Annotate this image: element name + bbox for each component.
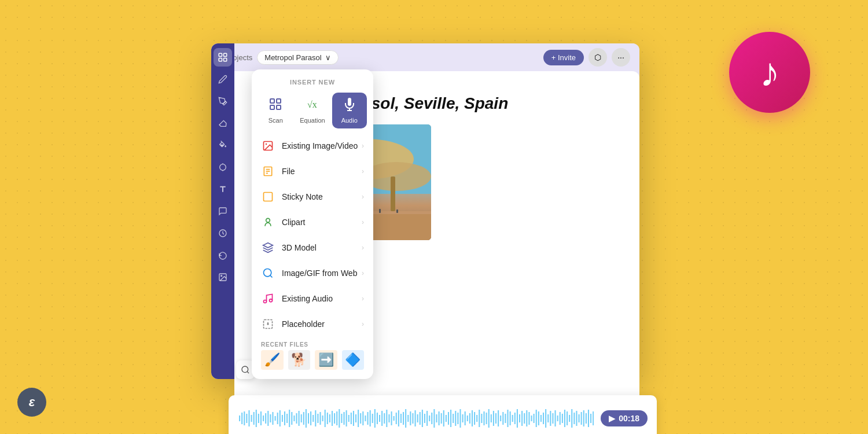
recent-thumb-1[interactable]: 🖌️ bbox=[261, 350, 284, 370]
menu-item-file[interactable]: File › bbox=[252, 159, 373, 184]
svg-rect-108 bbox=[443, 410, 444, 426]
3d-model-label: 3D Model bbox=[282, 243, 317, 252]
sidebar-icon-comment[interactable] bbox=[214, 202, 232, 220]
audio-time-badge[interactable]: ▶ 00:18 bbox=[601, 410, 648, 426]
svg-rect-162 bbox=[571, 409, 572, 428]
svg-rect-79 bbox=[374, 409, 376, 428]
svg-rect-119 bbox=[469, 413, 470, 424]
recent-thumb-2[interactable]: 🐕 bbox=[288, 350, 311, 370]
audio-player: ▶ 00:18 bbox=[229, 395, 657, 434]
svg-rect-28 bbox=[253, 412, 255, 425]
svg-rect-164 bbox=[576, 411, 577, 426]
sidebar-icon-timer[interactable] bbox=[214, 224, 232, 242]
svg-rect-58 bbox=[325, 410, 326, 427]
sticky-note-icon bbox=[261, 190, 275, 204]
svg-rect-169 bbox=[588, 410, 589, 427]
insert-icon-scan[interactable]: Scan bbox=[258, 93, 293, 128]
svg-rect-159 bbox=[564, 410, 565, 427]
svg-rect-117 bbox=[465, 411, 466, 425]
sidebar-icon-pencil[interactable] bbox=[214, 70, 232, 89]
recent-thumb-4[interactable]: 🔷 bbox=[342, 350, 365, 370]
svg-rect-112 bbox=[453, 414, 454, 423]
svg-rect-104 bbox=[433, 409, 435, 428]
svg-rect-97 bbox=[417, 414, 418, 422]
menu-item-3d-model[interactable]: 3D Model › bbox=[252, 235, 373, 260]
svg-rect-34 bbox=[267, 411, 269, 426]
menu-item-existing-image-video[interactable]: Existing Image/Video › bbox=[252, 133, 373, 159]
svg-rect-149 bbox=[540, 415, 542, 422]
epsilon-logo[interactable]: ε bbox=[17, 388, 46, 417]
svg-rect-80 bbox=[377, 413, 378, 424]
svg-rect-30 bbox=[258, 414, 259, 423]
menu-item-left: Existing Image/Video bbox=[261, 139, 358, 153]
svg-rect-154 bbox=[552, 413, 553, 424]
svg-rect-177 bbox=[277, 105, 281, 109]
chevron-icon: › bbox=[362, 193, 364, 201]
menu-item-sticky-note[interactable]: Sticky Note › bbox=[252, 184, 373, 209]
svg-rect-2 bbox=[219, 58, 222, 61]
svg-point-188 bbox=[266, 218, 270, 222]
svg-rect-115 bbox=[459, 409, 461, 428]
svg-point-7 bbox=[221, 275, 222, 277]
sidebar-icon-text[interactable] bbox=[214, 180, 232, 198]
sidebar-icon-pages[interactable] bbox=[214, 48, 232, 67]
svg-rect-113 bbox=[455, 411, 456, 426]
sidebar-icon-pen[interactable] bbox=[214, 92, 232, 111]
menu-item-left: Existing Audio bbox=[261, 292, 333, 306]
svg-rect-101 bbox=[426, 411, 428, 426]
svg-rect-36 bbox=[272, 412, 273, 425]
project-name-pill[interactable]: Metropol Parasol ∨ bbox=[257, 50, 338, 65]
sidebar-icon-image[interactable] bbox=[214, 268, 232, 286]
music-note-icon: ♪ bbox=[760, 52, 780, 93]
menu-item-left: Placeholder bbox=[261, 317, 325, 331]
image-gif-web-icon bbox=[261, 266, 275, 280]
chevron-icon: › bbox=[362, 244, 364, 252]
svg-rect-65 bbox=[341, 414, 342, 423]
svg-rect-66 bbox=[344, 412, 345, 425]
sidebar-icon-eraser[interactable] bbox=[214, 114, 232, 133]
svg-rect-40 bbox=[282, 415, 283, 422]
more-options-button[interactable]: ··· bbox=[612, 48, 630, 67]
insert-icon-equation[interactable]: √x Equation bbox=[293, 93, 332, 128]
svg-rect-175 bbox=[277, 99, 281, 103]
insert-icon-strip: Scan √x Equation Audio bbox=[256, 93, 369, 128]
recent-thumb-3[interactable]: ➡️ bbox=[315, 350, 337, 370]
svg-rect-61 bbox=[332, 411, 333, 426]
svg-rect-63 bbox=[336, 411, 337, 425]
music-icon-circle: ♪ bbox=[729, 32, 810, 113]
invite-button[interactable]: + Invite bbox=[543, 50, 584, 65]
share-button[interactable]: ⬡ bbox=[589, 48, 607, 67]
svg-rect-134 bbox=[505, 414, 506, 423]
menu-item-placeholder[interactable]: Placeholder › bbox=[252, 311, 373, 337]
svg-rect-153 bbox=[550, 411, 551, 426]
svg-rect-148 bbox=[538, 411, 539, 425]
menu-item-existing-audio[interactable]: Existing Audio › bbox=[252, 286, 373, 311]
sidebar-icon-fill[interactable] bbox=[214, 136, 232, 155]
svg-text:√x: √x bbox=[307, 100, 317, 109]
svg-rect-136 bbox=[510, 411, 511, 425]
svg-rect-166 bbox=[581, 412, 582, 425]
sidebar-icon-undo[interactable] bbox=[214, 246, 232, 264]
svg-rect-67 bbox=[346, 410, 347, 426]
svg-rect-35 bbox=[270, 414, 271, 422]
menu-item-image-gif-web[interactable]: Image/GIF from Web › bbox=[252, 260, 373, 286]
svg-rect-73 bbox=[360, 413, 361, 424]
svg-rect-45 bbox=[293, 415, 295, 421]
svg-rect-140 bbox=[519, 414, 520, 422]
svg-rect-33 bbox=[265, 413, 266, 424]
equation-icon: √x bbox=[306, 97, 319, 115]
insert-icon-audio[interactable]: Audio bbox=[332, 93, 367, 128]
project-name-label: Metropol Parasol bbox=[264, 53, 321, 62]
svg-rect-85 bbox=[388, 414, 389, 422]
svg-rect-144 bbox=[528, 412, 529, 425]
svg-rect-111 bbox=[450, 410, 451, 427]
svg-rect-43 bbox=[289, 410, 290, 427]
menu-item-clipart[interactable]: Clipart › bbox=[252, 209, 373, 235]
svg-rect-138 bbox=[514, 413, 516, 424]
svg-rect-92 bbox=[405, 409, 406, 428]
svg-rect-62 bbox=[334, 413, 335, 424]
svg-rect-123 bbox=[479, 410, 480, 427]
svg-point-182 bbox=[266, 144, 267, 145]
chevron-icon: › bbox=[362, 269, 364, 277]
sidebar-icon-lasso[interactable] bbox=[214, 158, 232, 176]
